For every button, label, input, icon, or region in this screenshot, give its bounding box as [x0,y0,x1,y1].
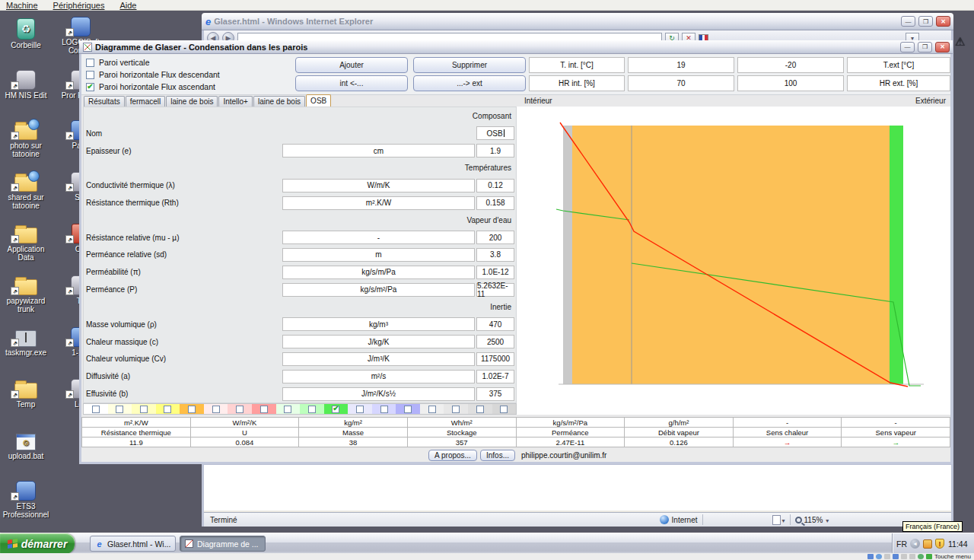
infos-button[interactable]: Infos... [480,450,515,461]
palette-checkbox[interactable] [116,406,123,413]
permeabilite-input[interactable]: 1.0E-12 [476,266,514,279]
palette-checkbox[interactable] [236,406,244,413]
glaser-chart [517,107,950,415]
glaser-dialog: Diagramme de Glaser - Condensation dans … [79,40,953,464]
stockage-value: 357 [408,438,516,447]
masse-volumique-input[interactable]: 470 [476,317,514,331]
palette-checkbox[interactable] [500,406,508,413]
dialog-maximize-button[interactable]: ❒ [918,42,932,52]
hr-ext-value[interactable]: 100 [737,75,844,91]
vbox-display-icon[interactable] [918,554,924,559]
taskbar-item-glaser[interactable]: Diagramme de ... [180,536,266,552]
vbox-hdd-icon[interactable] [867,554,874,559]
effusivite-input[interactable]: 375 [476,387,514,401]
desktop-icon-application-data[interactable]: Application Data [0,219,52,262]
conductivite-input[interactable]: 0.12 [476,179,514,192]
ie-close-button[interactable]: ✕ [936,16,950,27]
vbox-network-icon[interactable] [893,554,899,559]
page-icon[interactable] [772,515,781,525]
epaisseur-input[interactable]: 1.9 [476,144,514,158]
tab-laine-de-bois-1[interactable]: laine de bois [166,96,218,107]
ext-button[interactable]: ...-> ext [413,75,526,91]
section-composant: Composant [86,112,514,120]
desktop-icon-taskmgr[interactable]: taskmgr.exe [0,323,52,357]
palette-checkbox[interactable] [284,406,291,413]
palette-checkbox[interactable] [380,406,388,413]
palette-checkbox[interactable] [92,406,100,413]
option-paroi-verticale[interactable]: Paroi verticale [86,58,150,67]
palette-checkbox[interactable] [452,406,460,413]
vbox-shared-folder-icon[interactable] [909,554,915,559]
tab-intello[interactable]: Intello+ [218,96,253,107]
nom-input[interactable]: OSB [476,126,514,140]
desktop-icon-temp[interactable]: Temp [0,374,52,409]
palette-checkbox[interactable] [140,406,148,413]
language-indicator[interactable]: FR [896,539,907,549]
palette-checkbox-checked[interactable] [332,406,339,413]
palette-checkbox[interactable] [164,406,171,413]
wall-layer-interior [563,126,572,384]
sd-input[interactable]: 3.8 [476,248,514,262]
option-flux-ascendant[interactable]: Paroi horizontale Flux ascendant [86,82,215,91]
checkbox-icon[interactable] [86,59,94,67]
desktop-icon-photo-sur-tatooine[interactable]: photo sur tatooine [0,116,52,158]
menu-aide[interactable]: Aide [119,1,136,10]
mu-input[interactable]: 200 [476,231,514,244]
tab-fermacell[interactable]: fermacell [126,96,166,107]
palette-checkbox[interactable] [188,406,196,413]
int-button[interactable]: int <-... [295,75,408,91]
vbox-floppy-icon[interactable] [884,554,890,559]
chaleur-massique-input[interactable]: 2500 [476,335,514,348]
desktop-icon-upload-bat[interactable]: upload.bat [0,426,52,460]
zoom-level[interactable]: 115% [804,516,823,524]
dialog-minimize-button[interactable]: — [900,42,915,52]
ie-maximize-button[interactable]: ❒ [918,16,933,27]
desktop-icon-papywizard-trunk[interactable]: papywizard trunk [0,271,52,313]
ajouter-button[interactable]: Ajouter [295,57,408,73]
menu-machine[interactable]: Machine [6,1,38,10]
tab-laine-de-bois-2[interactable]: laine de bois [253,96,305,107]
option-flux-descendant[interactable]: Paroi horizontale Flux descendant [86,70,220,79]
diffusivite-input[interactable]: 1.02E-7 [476,370,514,383]
palette-checkbox[interactable] [356,406,364,413]
tab-osb[interactable]: OSB [306,94,331,107]
t-ext-value[interactable]: -20 [737,57,844,73]
taskbar-item-ie[interactable]: e Glaser.html - Wi... [90,536,176,552]
palette-checkbox[interactable] [476,406,484,413]
zoom-caret-icon[interactable] [826,516,829,524]
palette-checkbox[interactable] [212,406,220,413]
desktop-icon-ets3[interactable]: ETS3 Professionnel [0,476,52,519]
vbox-usb-icon[interactable] [901,554,907,559]
tray-update-icon[interactable] [923,539,932,549]
palette-checkbox[interactable] [308,406,316,413]
form-row-effusivite: Effusivité (b) J/m²/K/s½ 375 [84,385,517,402]
vbox-cd-icon[interactable] [876,554,882,559]
desktop-icon-shared-sur-tatooine[interactable]: shared sur tatooine [0,167,52,210]
dialog-close-button[interactable]: ✕ [935,42,950,52]
start-button[interactable]: démarrer [0,533,75,554]
desktop-icon-corbeille[interactable]: ♻ Corbeille [0,15,52,49]
checkbox-checked-icon[interactable] [86,83,94,91]
permeance-input[interactable]: 5.2632E-11 [476,283,514,297]
ie-minimize-button[interactable]: — [901,16,915,27]
chaleur-volumique-input[interactable]: 1175000 [476,352,514,366]
page-caret-icon[interactable] [782,516,785,524]
t-ext-label: T.ext [°C] [847,57,950,73]
supprimer-button[interactable]: Supprimer [413,57,526,73]
rth-input[interactable]: 0.158 [476,196,514,210]
menu-peripheriques[interactable]: Périphériques [53,1,105,10]
a-propos-button[interactable]: A propos... [428,450,477,461]
ie-titlebar[interactable]: e Glaser.html - Windows Internet Explore… [202,13,953,30]
desktop-icon-hm-nis-edit[interactable]: HM NIS Edit [0,65,52,100]
tray-round-icon[interactable]: ◂ [910,539,920,549]
t-int-value[interactable]: 19 [628,57,734,73]
palette-checkbox[interactable] [404,406,412,413]
security-shield-icon[interactable]: ! [935,539,944,549]
palette-checkbox[interactable] [260,406,268,413]
dialog-titlebar[interactable]: Diagramme de Glaser - Condensation dans … [79,40,953,54]
form-row-epaisseur: Epaisseur (e) cm 1.9 [84,142,517,160]
palette-checkbox[interactable] [428,406,436,413]
checkbox-icon[interactable] [86,71,94,79]
tab-resultats[interactable]: Résultats [84,96,125,107]
hr-int-value[interactable]: 70 [628,75,734,91]
